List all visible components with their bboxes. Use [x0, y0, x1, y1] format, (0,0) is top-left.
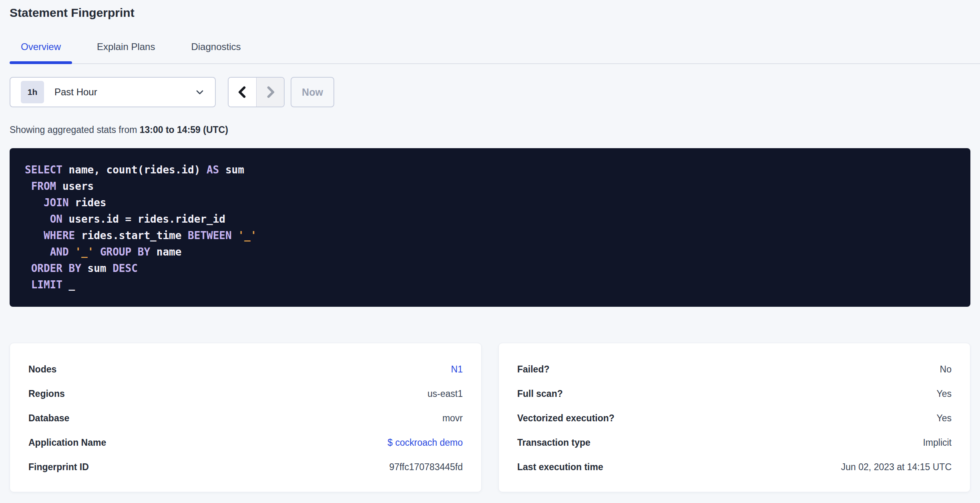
detail-row-transaction-type: Transaction typeImplicit [517, 437, 952, 448]
detail-row-regions: Regionsus-east1 [28, 388, 463, 399]
detail-label-fingerprint-id: Fingerprint ID [28, 462, 89, 473]
detail-label-last-execution-time: Last execution time [517, 462, 603, 473]
detail-label-nodes: Nodes [28, 364, 56, 375]
tab-diagnostics[interactable]: Diagnostics [180, 41, 252, 63]
detail-row-fingerprint-id: Fingerprint ID97ffc170783445fd [28, 462, 463, 473]
detail-value-fingerprint-id: 97ffc170783445fd [389, 462, 463, 473]
chevron-right-icon [263, 85, 277, 99]
sql-line: FROM users [25, 178, 955, 195]
details-cards: NodesN1Regionsus-east1DatabasemovrApplic… [10, 343, 970, 492]
chevron-left-icon [236, 85, 249, 99]
time-interval-label: Past Hour [54, 87, 97, 98]
detail-value-full-scan: Yes [936, 388, 952, 399]
detail-row-database: Databasemovr [28, 413, 463, 424]
now-button[interactable]: Now [291, 77, 334, 107]
tab-overview[interactable]: Overview [10, 41, 72, 63]
chevron-down-icon [195, 87, 205, 97]
detail-value-application-name[interactable]: $ cockroach demo [388, 437, 463, 448]
detail-label-vectorized-execution: Vectorized execution? [517, 413, 615, 424]
time-toolbar: 1h Past Hour Now [10, 77, 970, 107]
detail-row-vectorized-execution: Vectorized execution?Yes [517, 413, 952, 424]
next-interval-button[interactable] [256, 78, 284, 107]
detail-label-full-scan: Full scan? [517, 388, 563, 399]
previous-interval-button[interactable] [229, 78, 256, 107]
stats-summary-range: 13:00 to 14:59 (UTC) [140, 125, 228, 135]
detail-label-application-name: Application Name [28, 437, 106, 448]
detail-row-full-scan: Full scan?Yes [517, 388, 952, 399]
sql-line: SELECT name, count(rides.id) AS sum [25, 162, 955, 178]
time-interval-dropdown[interactable]: 1h Past Hour [10, 77, 216, 107]
sql-line: JOIN rides [25, 195, 955, 211]
detail-label-database: Database [28, 413, 69, 424]
detail-row-failed: Failed?No [517, 364, 952, 375]
execution-details-card: Failed?NoFull scan?YesVectorized executi… [498, 343, 970, 492]
statement-details-card: NodesN1Regionsus-east1DatabasemovrApplic… [10, 343, 482, 492]
sql-line: ORDER BY sum DESC [25, 260, 955, 277]
stats-summary-prefix: Showing aggregated stats from [10, 125, 140, 135]
detail-label-regions: Regions [28, 388, 65, 399]
time-nav-button-group [228, 77, 285, 107]
detail-value-nodes[interactable]: N1 [451, 364, 463, 375]
detail-value-failed: No [940, 364, 952, 375]
sql-line: WHERE rides.start_time BETWEEN '_' [25, 227, 955, 244]
detail-label-failed: Failed? [517, 364, 550, 375]
page-title: Statement Fingerprint [10, 6, 970, 20]
detail-value-regions: us-east1 [428, 388, 463, 399]
detail-value-vectorized-execution: Yes [936, 413, 952, 424]
sql-line: LIMIT _ [25, 277, 955, 293]
sql-statement-box: SELECT name, count(rides.id) AS sum FROM… [10, 148, 970, 307]
tab-explain-plans[interactable]: Explain Plans [86, 41, 166, 63]
time-interval-badge: 1h [21, 81, 44, 103]
detail-value-database: movr [442, 413, 463, 424]
detail-value-transaction-type: Implicit [923, 437, 952, 448]
detail-row-nodes: NodesN1 [28, 364, 463, 375]
detail-label-transaction-type: Transaction type [517, 437, 590, 448]
detail-value-last-execution-time: Jun 02, 2023 at 14:15 UTC [841, 462, 952, 473]
sql-line: ON users.id = rides.rider_id [25, 211, 955, 227]
detail-row-application-name: Application Name$ cockroach demo [28, 437, 463, 448]
statement-fingerprint-page: Statement Fingerprint OverviewExplain Pl… [0, 6, 980, 492]
stats-summary: Showing aggregated stats from 13:00 to 1… [10, 124, 970, 135]
sql-line: AND '_' GROUP BY name [25, 244, 955, 260]
detail-row-last-execution-time: Last execution timeJun 02, 2023 at 14:15… [517, 462, 952, 473]
tabs-bar: OverviewExplain PlansDiagnostics [10, 41, 980, 64]
